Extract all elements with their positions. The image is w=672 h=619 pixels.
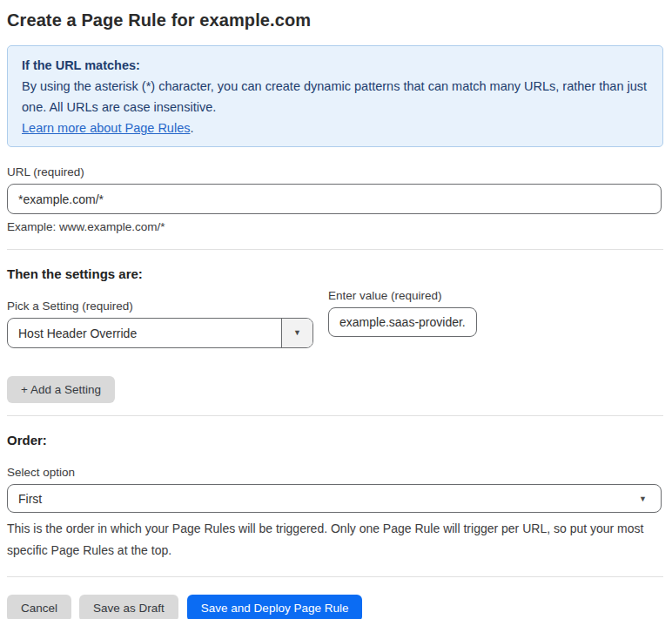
order-select-label: Select option [7,466,663,479]
page-rule-form: Create a Page Rule for example.com If th… [0,0,672,619]
setting-value-input[interactable] [328,307,477,337]
info-box-heading: If the URL matches: [22,55,648,76]
order-select-value: First [18,492,42,506]
order-section-heading: Order: [7,433,663,447]
learn-more-link[interactable]: Learn more about Page Rules [22,121,190,135]
setting-select-value: Host Header Override [8,319,281,347]
save-deploy-button[interactable]: Save and Deploy Page Rule [187,595,363,619]
caret-down-icon: ▼ [639,495,647,502]
url-example-text: Example: www.example.com/* [7,220,663,233]
settings-section-heading: Then the settings are: [7,266,663,281]
url-match-info-box: If the URL matches: By using the asteris… [7,45,663,147]
order-select[interactable]: First ▼ [7,484,662,513]
setting-select[interactable]: Host Header Override ▼ [7,318,313,348]
footer-actions: Cancel Save as Draft Save and Deploy Pag… [7,595,663,619]
setting-picker-column: Pick a Setting (required) Host Header Ov… [7,281,313,348]
divider [7,415,663,416]
add-setting-button[interactable]: + Add a Setting [7,376,115,403]
caret-down-icon: ▼ [293,329,301,337]
info-box-link-line: Learn more about Page Rules. [22,118,648,138]
setting-select-caret-button[interactable]: ▼ [281,319,312,347]
order-help-text: This is the order in which your Page Rul… [7,518,658,562]
divider [7,576,663,577]
link-suffix: . [190,121,193,135]
cancel-button[interactable]: Cancel [7,595,71,619]
setting-select-label: Pick a Setting (required) [7,299,313,313]
url-input[interactable] [7,184,662,214]
save-draft-button[interactable]: Save as Draft [79,595,178,619]
divider [7,249,663,250]
setting-value-label: Enter value (required) [328,289,477,302]
settings-row: Pick a Setting (required) Host Header Ov… [7,281,663,348]
setting-value-column: Enter value (required) [328,289,477,337]
url-field-label: URL (required) [7,165,663,178]
page-title: Create a Page Rule for example.com [7,10,663,30]
info-box-body: By using the asterisk (*) character, you… [22,76,648,118]
